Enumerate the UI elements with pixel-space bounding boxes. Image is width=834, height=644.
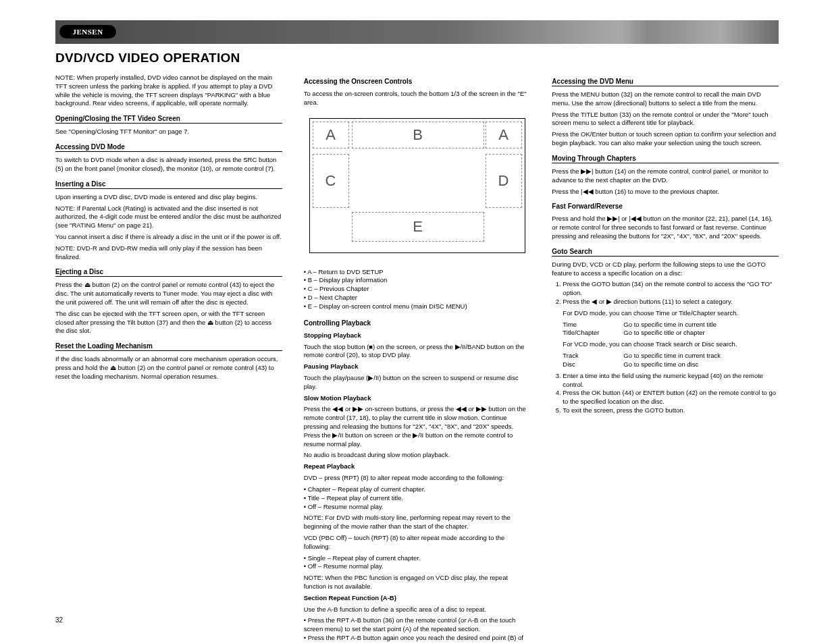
brand-logo: JENSEN (59, 25, 116, 38)
subhead-goto: Goto Search (552, 248, 779, 257)
repeat-title: Repeat Playback (304, 462, 355, 470)
table-cell: Go to specific time in current title (623, 321, 716, 329)
insert-note: NOTE: If Parental Lock (Rating) is activ… (55, 205, 282, 230)
list-item: Press the OK button (44) or ENTER button… (563, 389, 779, 406)
table-cell: Title/Chapter (563, 329, 623, 338)
insert-tip: You cannot insert a disc if there is alr… (55, 233, 282, 242)
subhead-opening: Opening/Closing the TFT Video Screen (55, 115, 282, 124)
insert-body: Upon inserting a DVD disc, DVD mode is e… (55, 193, 282, 202)
repeat-vcd-list: Single – Repeat play of current chapter.… (304, 554, 531, 572)
legend-item: D – Next Chapter (304, 294, 531, 302)
zone-e: E (352, 212, 484, 242)
subhead-play: Controlling Playback (304, 319, 531, 327)
slow-note: No audio is broadcast during slow motion… (304, 451, 531, 460)
legend-item: E – Display on-screen control menu (main… (304, 302, 531, 311)
brand-text: JENSEN (72, 28, 103, 36)
zone-a-right: A (486, 122, 522, 149)
legend-item: B – Display play information (304, 276, 531, 285)
reset-body: If the disc loads abnormally or an abnor… (55, 355, 282, 381)
list-item: Press the ◀ or ▶ direction buttons (11) … (563, 298, 779, 306)
subhead-insert: Inserting a Disc (55, 180, 282, 189)
list-item: Off – Resume normal play. (304, 503, 531, 512)
list-item: Press the RPT A-B button (36) on the rem… (304, 616, 531, 634)
section-list: Press the RPT A-B button (36) on the rem… (304, 616, 531, 644)
list-item: To exit the screen, press the GOTO butto… (563, 406, 779, 415)
accessmenu-body3: Press the OK/Enter button or touch scree… (552, 130, 779, 148)
legend-item: C – Previous Chapter (304, 285, 531, 294)
column-3: Accessing the DVD Menu Press the MENU bu… (552, 74, 779, 644)
repeat-dvd-note: NOTE: For DVD with multi-story line, per… (304, 514, 531, 531)
fast-body: Press and hold the ▶▶| or |◀◀ button on … (552, 215, 779, 240)
diagram-legend: A – Return to DVD SETUP B – Display play… (304, 268, 531, 311)
list-item: Off – Resume normal play. (304, 562, 531, 571)
header-banner: JENSEN (55, 20, 779, 44)
legend-item: A – Return to DVD SETUP (304, 268, 531, 277)
zone-b: B (352, 122, 484, 149)
eject-body1: Press the ⏏ button (2) on the control pa… (55, 281, 282, 306)
zone-c: C (313, 154, 349, 208)
moving-body2: Press the |◀◀ button (16) to move to the… (552, 188, 779, 196)
eject-body2: The disc can be ejected with the TFT scr… (55, 310, 282, 336)
subhead-eject: Ejecting a Disc (55, 268, 282, 277)
moving-body: Press the ▶▶| button (14) on the remote … (552, 167, 779, 185)
goto-dvd-table: TimeGo to specific time in current title… (552, 321, 779, 338)
table-cell: Disc (563, 360, 623, 369)
screen-zone-diagram: A B A C D E (304, 118, 531, 253)
accessmenu-body: Press the MENU button (32) on the remote… (552, 90, 779, 108)
list-item: Chapter – Repeat play of current chapter… (304, 485, 531, 494)
table-cell: Track (563, 352, 623, 360)
stop-title: Stopping Playback (304, 331, 361, 339)
goto-vcd-table: TrackGo to specific time in current trac… (552, 352, 779, 369)
insert-mp3: NOTE: DVD-R and DVD-RW media will only p… (55, 244, 282, 262)
diagram-lead: To access the on-screen controls, touch … (304, 90, 531, 107)
table-cell: Go to specific title or chapter (623, 329, 704, 338)
opening-body: See "Opening/Closing TFT Monitor" on pag… (55, 128, 282, 136)
subhead-fast: Fast Forward/Reverse (552, 203, 779, 211)
column-1: NOTE: When properly installed, DVD video… (55, 74, 282, 644)
list-item: Single – Repeat play of current chapter. (304, 554, 531, 563)
list-item: Press the RPT A-B button again once you … (304, 634, 531, 644)
repeat-vcd-note: NOTE: When the PBC function is engaged o… (304, 574, 531, 591)
list-item: Press the GOTO button (34) on the remote… (563, 280, 779, 298)
subhead-accessmenu: Accessing the DVD Menu (552, 78, 779, 86)
zone-d: D (486, 154, 522, 208)
goto-dvd: For DVD mode, you can choose Time or Tit… (552, 309, 779, 318)
subhead-access: Accessing DVD Mode (55, 143, 282, 152)
goto-body: During DVD, VCD or CD play, perform the … (552, 261, 779, 278)
intro-note: NOTE: When properly installed, DVD video… (55, 74, 282, 108)
repeat-vcd: VCD (PBC Off) – touch (RPT) (8) to alter… (304, 534, 531, 552)
accessmenu-body2: Press the TITLE button (33) on the remot… (552, 111, 779, 128)
page-title: DVD/VCD VIDEO OPERATION (55, 51, 779, 65)
content-columns: NOTE: When properly installed, DVD video… (55, 74, 779, 644)
table-cell: Time (563, 321, 623, 329)
subhead-reset: Reset the Loading Mechanism (55, 342, 282, 351)
repeat-dvd-list: Chapter – Repeat play of current chapter… (304, 485, 531, 511)
stop-body: Touch the stop button (■) on the screen,… (304, 343, 531, 360)
subhead-moving: Moving Through Chapters (552, 155, 779, 163)
table-cell: Go to specific time on disc (623, 360, 698, 369)
repeat-dvd: DVD – press (RPT) (8) to alter repeat mo… (304, 474, 531, 483)
page-number: 32 (55, 616, 63, 624)
table-cell: Go to specific time in current track (623, 352, 721, 360)
list-item: Title – Repeat play of current title. (304, 494, 531, 503)
section-body: Use the A-B function to define a specifi… (304, 606, 531, 614)
pause-title: Pausing Playback (304, 363, 359, 370)
slow-body: Press the ◀◀ or ▶▶ on-screen buttons, or… (304, 405, 531, 448)
zone-a-left: A (313, 122, 349, 149)
goto-list2: Enter a time into the field using the nu… (552, 372, 779, 415)
list-item: Enter a time into the field using the nu… (563, 372, 779, 390)
column-2: Accessing the Onscreen Controls To acces… (304, 74, 531, 644)
goto-vcd: For VCD mode, you can choose Track searc… (552, 340, 779, 349)
section-title: Section Repeat Function (A-B) (304, 594, 396, 601)
goto-list: Press the GOTO button (34) on the remote… (552, 280, 779, 306)
pause-body: Touch the play/pause (▶/II) button on th… (304, 374, 531, 392)
access-body: To switch to DVD mode when a disc is alr… (55, 156, 282, 173)
subhead-diagram: Accessing the Onscreen Controls (304, 78, 531, 86)
slow-title: Slow Motion Playback (304, 394, 371, 402)
